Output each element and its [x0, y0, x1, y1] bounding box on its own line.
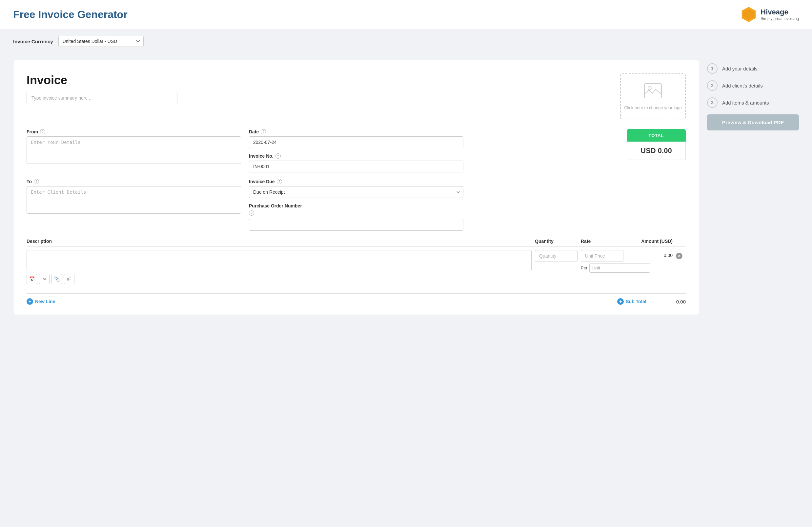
date-input[interactable] — [249, 136, 463, 148]
total-amount: USD 0.00 — [627, 141, 686, 160]
invoice-due-group: Invoice Due ? Due on Receipt Net 15 Net … — [249, 179, 463, 198]
rate-col: Per — [581, 250, 623, 273]
invoice-no-input[interactable] — [249, 161, 463, 172]
svg-point-4 — [648, 87, 651, 90]
invoice-left-header: Invoice — [27, 73, 620, 104]
link-icon-btn[interactable]: ∞ — [39, 274, 49, 284]
description-header: Description — [27, 239, 532, 244]
po-label: Purchase Order Number — [249, 203, 463, 208]
brand-text: Hiveage Simply great invoicing — [760, 8, 799, 21]
due-po-col: Invoice Due ? Due on Receipt Net 15 Net … — [249, 179, 463, 231]
items-table-header: Description Quantity Rate Amount (USD) — [27, 239, 686, 247]
invoice-no-help-icon[interactable]: ? — [275, 153, 281, 159]
item-actions: 📅 ∞ 📎 🏷 — [27, 272, 532, 285]
to-textarea[interactable] — [27, 186, 241, 214]
step-1-item: 1 Add your details — [707, 63, 799, 74]
new-line-plus-icon: + — [27, 298, 33, 305]
currency-select[interactable]: United States Dollar - USD Euro - EUR Br… — [58, 36, 144, 47]
subtotal-value: 0.00 — [666, 299, 686, 304]
attachment-icon: 📎 — [54, 276, 60, 282]
currency-bar: Invoice Currency United States Dollar - … — [0, 29, 812, 54]
step-3-label: Add items & amounts — [722, 100, 769, 106]
amount-header: Amount (USD) — [627, 239, 672, 244]
calendar-icon-btn[interactable]: 📅 — [27, 274, 37, 284]
table-row: 📅 ∞ 📎 🏷 — [27, 250, 686, 289]
from-group: From ? — [27, 129, 241, 172]
invoice-due-label: Invoice Due ? — [249, 179, 463, 184]
step-1-circle: 1 — [707, 63, 717, 74]
invoice-summary-input[interactable] — [27, 92, 177, 104]
per-label: Per — [581, 266, 588, 270]
total-label: TOTAL — [648, 133, 664, 138]
invoice-card: Invoice Click here to change your logo — [13, 60, 699, 315]
items-section: Description Quantity Rate Amount (USD) 📅… — [27, 239, 686, 305]
steps-list: 1 Add your details 2 Add client's detail… — [707, 63, 799, 108]
subtotal-plus-icon: + — [617, 298, 624, 305]
new-line-label: New Line — [35, 299, 55, 304]
po-input[interactable] — [249, 219, 463, 231]
svg-rect-3 — [644, 84, 662, 98]
per-unit-row: Per — [581, 263, 623, 273]
step-3-item: 3 Add items & amounts — [707, 97, 799, 108]
attachment-icon-btn[interactable]: 📎 — [52, 274, 62, 284]
total-spacer — [471, 179, 686, 231]
total-header: TOTAL — [627, 129, 686, 141]
step-3-circle: 3 — [707, 97, 717, 108]
remove-icon[interactable]: ✕ — [676, 253, 682, 259]
date-group: Date ? — [249, 129, 463, 148]
po-help-icon[interactable]: ? — [249, 210, 254, 216]
invoice-fields-col: Date ? Invoice No. ? — [249, 129, 463, 172]
from-label: From ? — [27, 129, 241, 134]
logo-upload-label: Click here to change your logo — [624, 105, 682, 110]
preview-download-button[interactable]: Preview & Download PDF — [707, 115, 799, 131]
step-2-circle: 2 — [707, 80, 717, 91]
brand-logo: Hiveage Simply great invoicing — [740, 6, 799, 23]
to-group: To ? — [27, 179, 241, 231]
tag-icon: 🏷 — [67, 276, 72, 282]
item-description-input[interactable] — [27, 250, 532, 271]
invoice-title: Invoice — [27, 73, 620, 87]
right-sidebar: 1 Add your details 2 Add client's detail… — [707, 60, 799, 131]
quantity-col — [535, 250, 578, 262]
invoice-header-row: Invoice Click here to change your logo — [27, 73, 686, 119]
date-label: Date ? — [249, 129, 463, 134]
quantity-header: Quantity — [535, 239, 578, 244]
step-2-item: 2 Add client's details — [707, 80, 799, 91]
page-header: Free Invoice Generator Hiveage Simply gr… — [0, 0, 812, 29]
subtotal-area: + Sub Total 0.00 — [617, 298, 686, 305]
invoice-no-group: Invoice No. ? — [249, 153, 463, 172]
logo-upload-box[interactable]: Click here to change your logo — [620, 73, 686, 119]
subtotal-label: Sub Total — [626, 299, 647, 304]
date-help-icon[interactable]: ? — [261, 129, 266, 134]
to-help-icon[interactable]: ? — [34, 179, 39, 184]
invoice-due-select[interactable]: Due on Receipt Net 15 Net 30 Net 60 Cust… — [249, 186, 463, 198]
subtotal-button[interactable]: + Sub Total — [617, 298, 647, 305]
step-2-label: Add client's details — [722, 83, 763, 89]
invoice-footer-row: + New Line + Sub Total 0.00 — [27, 293, 686, 305]
from-textarea[interactable] — [27, 136, 241, 164]
description-col: 📅 ∞ 📎 🏷 — [27, 250, 532, 285]
to-label: To ? — [27, 179, 241, 184]
unit-input[interactable] — [589, 263, 650, 273]
invoice-due-help-icon[interactable]: ? — [277, 179, 282, 184]
currency-label: Invoice Currency — [13, 39, 53, 44]
brand-tagline: Simply great invoicing — [760, 16, 799, 21]
tag-icon-btn[interactable]: 🏷 — [64, 274, 74, 284]
logo-image-icon — [644, 83, 662, 102]
total-box: TOTAL USD 0.00 — [627, 129, 686, 172]
remove-col[interactable]: ✕ — [676, 250, 686, 259]
brand-name: Hiveage — [760, 8, 799, 16]
po-group: Purchase Order Number ? — [249, 203, 463, 231]
invoice-no-label: Invoice No. ? — [249, 153, 463, 159]
item-amount-value: 0.00 — [664, 253, 672, 258]
unit-price-input[interactable] — [581, 250, 623, 262]
quantity-input[interactable] — [535, 250, 578, 262]
new-line-button[interactable]: + New Line — [27, 298, 55, 305]
step-1-label: Add your details — [722, 66, 757, 72]
rate-header: Rate — [581, 239, 623, 244]
page-title: Free Invoice Generator — [13, 9, 128, 21]
hiveage-hex-icon — [740, 6, 757, 23]
from-help-icon[interactable]: ? — [40, 129, 45, 134]
link-icon: ∞ — [43, 276, 46, 282]
amount-col: 0.00 — [627, 250, 672, 258]
